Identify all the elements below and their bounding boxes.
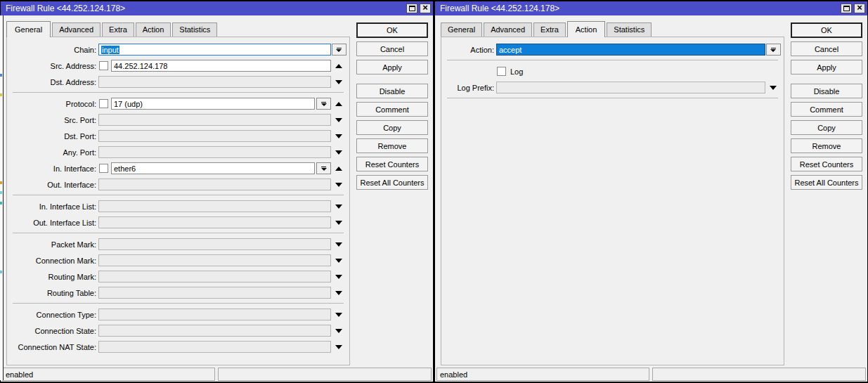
ok-button[interactable]: OK — [791, 22, 862, 38]
expand-arrow-icon[interactable] — [335, 183, 342, 187]
action-dropdown-button[interactable] — [766, 44, 781, 56]
expand-arrow-icon[interactable] — [335, 221, 342, 225]
titlebar[interactable]: Firewall Rule <44.252.124.178> × — [1, 1, 433, 15]
expand-arrow-icon[interactable] — [335, 242, 342, 247]
connection-nat-state-field[interactable] — [98, 341, 331, 353]
in-interface-checkbox[interactable] — [99, 164, 108, 173]
disable-button[interactable]: Disable — [356, 84, 428, 98]
reset-counters-button[interactable]: Reset Counters — [356, 157, 428, 171]
separator — [13, 303, 344, 304]
background-speck — [0, 74, 2, 77]
src-port-row: Src. Port: — [14, 114, 346, 126]
routing-mark-field[interactable] — [98, 271, 331, 283]
log-prefix-field[interactable] — [496, 82, 765, 93]
log-checkbox[interactable] — [497, 67, 506, 76]
remove-button[interactable]: Remove — [356, 138, 428, 153]
expand-arrow-icon[interactable] — [335, 259, 342, 263]
expand-arrow-icon[interactable] — [335, 275, 342, 279]
connection-state-field[interactable] — [98, 325, 331, 337]
apply-button[interactable]: Apply — [791, 60, 862, 74]
expand-arrow-icon[interactable] — [335, 205, 342, 209]
chain-dropdown-button[interactable] — [332, 44, 346, 56]
expand-arrow-icon[interactable] — [335, 291, 342, 295]
disable-button[interactable]: Disable — [791, 84, 862, 98]
connection-type-field[interactable] — [98, 309, 331, 320]
apply-button[interactable]: Apply — [356, 60, 428, 74]
expand-arrow-icon[interactable] — [335, 118, 342, 122]
out-interface-list-field[interactable] — [98, 216, 331, 228]
dst-address-row: Dst. Address: — [14, 76, 346, 88]
src-port-field[interactable] — [98, 114, 331, 126]
ok-button[interactable]: OK — [356, 22, 428, 38]
tab-statistics[interactable]: Statistics — [172, 22, 217, 37]
comment-button[interactable]: Comment — [356, 102, 428, 117]
out-interface-row: Out. Interface: — [14, 178, 346, 190]
expand-arrow-icon[interactable] — [335, 150, 342, 155]
dropdown-bar-icon — [321, 167, 326, 167]
any-port-field[interactable] — [98, 146, 331, 158]
copy-button[interactable]: Copy — [791, 120, 862, 135]
protocol-field[interactable]: 17 (udp) — [111, 98, 315, 110]
src-address-checkbox[interactable] — [99, 61, 108, 70]
connection-state-row: Connection State: — [14, 325, 346, 337]
routing-table-label: Routing Table: — [14, 289, 98, 297]
tab-general[interactable]: General — [441, 22, 482, 37]
routing-table-field[interactable] — [98, 287, 331, 299]
dst-port-field[interactable] — [98, 130, 331, 142]
collapse-arrow-icon[interactable] — [335, 102, 342, 106]
tab-extra[interactable]: Extra — [533, 22, 566, 37]
expand-arrow-icon[interactable] — [770, 86, 777, 90]
expand-arrow-icon[interactable] — [335, 329, 342, 333]
log-row: Log — [448, 65, 781, 77]
separator — [447, 98, 778, 98]
titlebar[interactable]: Firewall Rule <44.252.124.178> × — [435, 1, 867, 15]
chain-label: Chain: — [14, 46, 98, 54]
protocol-checkbox[interactable] — [99, 99, 108, 108]
reset-all-counters-button[interactable]: Reset All Counters — [356, 175, 428, 190]
out-interface-field[interactable] — [98, 178, 331, 190]
copy-button[interactable]: Copy — [356, 120, 428, 135]
packet-mark-field[interactable] — [98, 238, 331, 250]
remove-button[interactable]: Remove — [791, 138, 862, 153]
tab-action[interactable]: Action — [136, 22, 171, 37]
action-field[interactable]: accept — [496, 44, 765, 56]
in-interface-list-field[interactable] — [98, 200, 331, 212]
reset-counters-button[interactable]: Reset Counters — [791, 157, 862, 171]
background-window-edge — [0, 15, 4, 380]
close-button[interactable]: × — [854, 4, 865, 13]
expand-arrow-icon[interactable] — [335, 134, 342, 138]
in-interface-list-label: In. Interface List: — [14, 202, 98, 211]
in-interface-dropdown-button[interactable] — [316, 162, 331, 174]
connection-mark-field[interactable] — [98, 254, 331, 266]
expand-arrow-icon[interactable] — [335, 313, 342, 317]
in-interface-list-row: In. Interface List: — [14, 200, 346, 212]
restore-button[interactable] — [406, 4, 417, 13]
close-button[interactable]: × — [420, 4, 431, 13]
cancel-button[interactable]: Cancel — [791, 41, 862, 56]
expand-arrow-icon[interactable] — [335, 345, 342, 349]
restore-button[interactable] — [841, 4, 852, 13]
dst-address-field[interactable] — [98, 76, 331, 88]
tab-action[interactable]: Action — [567, 21, 606, 37]
comment-button[interactable]: Comment — [791, 102, 862, 117]
chain-field[interactable]: input — [98, 44, 331, 56]
tab-statistics[interactable]: Statistics — [607, 22, 652, 37]
log-label: Log — [510, 67, 523, 76]
reset-all-counters-button[interactable]: Reset All Counters — [791, 175, 862, 190]
separator — [13, 92, 344, 93]
collapse-arrow-icon[interactable] — [335, 167, 342, 171]
tab-extra[interactable]: Extra — [102, 22, 134, 37]
tab-advanced[interactable]: Advanced — [484, 22, 532, 37]
separator — [447, 60, 778, 60]
cancel-button[interactable]: Cancel — [356, 41, 428, 56]
protocol-dropdown-button[interactable] — [316, 98, 331, 110]
log-prefix-row: Log Prefix: — [448, 82, 781, 93]
collapse-arrow-icon[interactable] — [335, 64, 342, 68]
in-interface-field[interactable]: ether6 — [111, 162, 315, 174]
tab-general[interactable]: General — [6, 21, 51, 37]
src-address-field[interactable]: 44.252.124.178 — [111, 60, 331, 72]
tab-bar: General Advanced Extra Action Statistics — [441, 18, 653, 37]
window-controls: × — [841, 4, 865, 13]
expand-arrow-icon[interactable] — [335, 80, 342, 84]
tab-advanced[interactable]: Advanced — [52, 22, 101, 37]
